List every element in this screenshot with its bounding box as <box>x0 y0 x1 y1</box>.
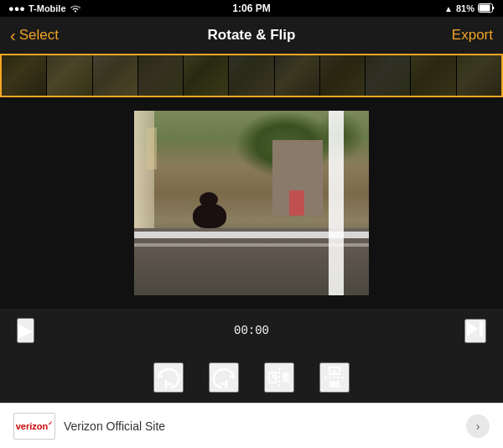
rotate-left-icon <box>155 364 182 391</box>
svg-marker-11 <box>269 372 276 383</box>
flip-horizontal-icon <box>266 364 293 391</box>
ad-logo: verizon✓ <box>13 413 55 440</box>
svg-marker-13 <box>272 372 274 379</box>
skip-to-end-button[interactable] <box>464 319 486 343</box>
svg-marker-18 <box>331 370 338 372</box>
door <box>289 190 304 216</box>
controls-bar: ▶ 00:00 <box>0 309 503 352</box>
ad-logo-text: verizon✓ <box>16 420 54 431</box>
play-button[interactable]: ▶ <box>17 318 34 343</box>
back-label: Select <box>19 27 59 44</box>
fence-rail <box>134 232 369 238</box>
flip-vertical-button[interactable] <box>319 362 350 393</box>
battery-pct: 81% <box>456 3 474 13</box>
rotate-right-button[interactable] <box>209 362 239 393</box>
back-chevron-icon: ‹ <box>10 26 16 45</box>
rotate-right-icon <box>210 364 237 391</box>
ad-chevron-icon[interactable]: › <box>466 414 490 438</box>
video-frame <box>134 111 369 295</box>
export-button[interactable]: Export <box>452 27 493 44</box>
flip-horizontal-button[interactable] <box>264 362 294 393</box>
film-frame[interactable] <box>457 55 501 96</box>
tools-bar <box>0 352 503 403</box>
ad-text: Verizon Official Site <box>64 419 458 433</box>
film-strip-inner <box>2 55 501 96</box>
signal-dots: ●●● <box>8 3 25 13</box>
svg-rect-1 <box>480 4 490 11</box>
dog-head <box>200 192 218 207</box>
film-frame[interactable] <box>93 55 137 96</box>
battery-icon <box>478 3 495 14</box>
carrier-name: T-Mobile <box>29 3 66 13</box>
wifi-icon <box>70 3 81 14</box>
svg-marker-12 <box>283 372 289 383</box>
fence-rail-2 <box>134 243 369 247</box>
film-frame[interactable] <box>138 55 183 96</box>
back-button[interactable]: ‹ Select <box>10 26 59 45</box>
film-frame[interactable] <box>184 55 228 96</box>
rotate-left-button[interactable] <box>153 362 184 393</box>
ad-banner[interactable]: verizon✓ Verizon Official Site › <box>0 403 503 448</box>
svg-rect-3 <box>480 321 483 336</box>
video-area <box>0 97 503 309</box>
nav-bar: ‹ Select Rotate & Flip Export <box>0 17 503 54</box>
status-left: ●●● T-Mobile <box>8 3 81 14</box>
status-time: 1:06 PM <box>232 3 270 14</box>
status-right: ▲ 81% <box>444 3 495 14</box>
film-frame[interactable] <box>229 55 273 96</box>
film-strip[interactable] <box>0 54 503 97</box>
building <box>272 140 323 216</box>
film-frame[interactable] <box>320 55 365 96</box>
status-bar: ●●● T-Mobile 1:06 PM ▲ 81% <box>0 0 503 17</box>
film-frame[interactable] <box>275 55 319 96</box>
flip-vertical-icon <box>321 364 348 391</box>
svg-marker-2 <box>467 321 478 336</box>
time-display: 00:00 <box>234 324 269 337</box>
fence-post-right <box>329 111 344 295</box>
film-frame[interactable] <box>2 55 46 96</box>
film-frame[interactable] <box>366 55 410 96</box>
gps-icon: ▲ <box>444 4 453 13</box>
video-scene <box>134 111 369 295</box>
film-frame[interactable] <box>411 55 455 96</box>
film-frame[interactable] <box>47 55 91 96</box>
page-title: Rotate & Flip <box>208 27 296 44</box>
